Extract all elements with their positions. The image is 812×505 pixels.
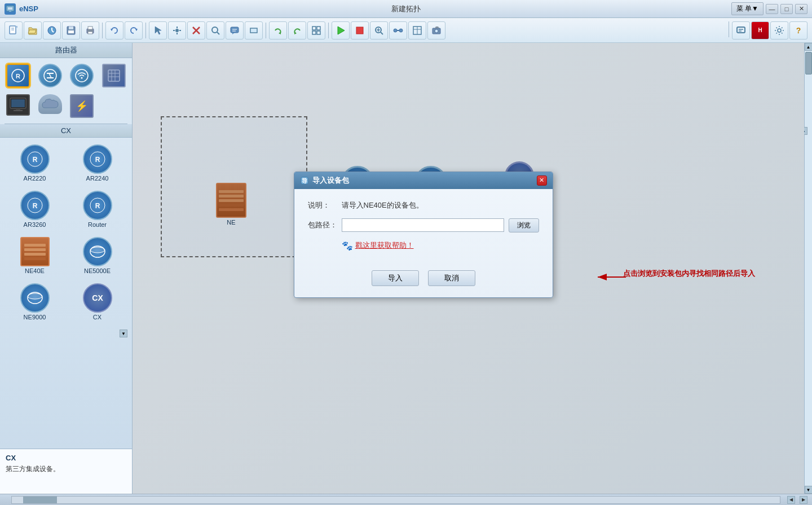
- toolbar-chat[interactable]: [226, 21, 244, 39]
- cx-category-label: CX: [61, 126, 71, 135]
- svg-point-59: [76, 69, 88, 82]
- toolbar-stop[interactable]: [351, 21, 369, 39]
- svg-rect-34: [317, 31, 320, 34]
- toolbar-play[interactable]: [332, 21, 350, 39]
- svg-point-52: [778, 29, 781, 32]
- svg-rect-67: [11, 99, 25, 107]
- toolbar-settings[interactable]: [770, 21, 788, 39]
- svg-rect-1: [8, 7, 12, 10]
- toolbar-help[interactable]: ?: [789, 21, 807, 39]
- cloud-icon: [38, 94, 62, 114]
- minimize-button[interactable]: —: [766, 4, 778, 14]
- status-bar-hscroll[interactable]: [11, 496, 780, 504]
- title-bar-controls: 菜 单▼ — □ ✕: [731, 2, 807, 15]
- svg-marker-30: [294, 32, 297, 34]
- status-scroll-right[interactable]: ▶: [800, 496, 807, 504]
- list-item[interactable]: CX CX: [68, 281, 126, 323]
- toolbar-select[interactable]: [149, 21, 167, 39]
- right-scroll-down[interactable]: ▼: [805, 486, 813, 494]
- svg-point-42: [399, 29, 403, 32]
- list-item[interactable]: NE9000: [6, 281, 64, 323]
- toolbar-table[interactable]: [408, 21, 426, 39]
- svg-marker-29: [279, 32, 281, 34]
- modal-help-link[interactable]: 戳这里获取帮助！: [355, 240, 414, 251]
- modal-path-input[interactable]: [342, 218, 504, 232]
- svg-line-23: [217, 32, 219, 34]
- close-button[interactable]: ✕: [795, 4, 807, 14]
- toolbar-new[interactable]: [5, 21, 23, 39]
- cx-category-header: CX ▲: [0, 124, 132, 138]
- modal-overlay: 导 导入设备包 ✕ 说明： 请导入NE40E的设备包。 包路径： 浏览: [133, 43, 804, 494]
- svg-point-19: [175, 29, 179, 32]
- switch-icon: [38, 64, 62, 87]
- toolbar-open[interactable]: [24, 21, 42, 39]
- app-logo-text: eNSP: [19, 5, 38, 13]
- status-bar-scroll-thumb[interactable]: [23, 497, 57, 503]
- cx-scroll-down[interactable]: ▼: [120, 330, 127, 337]
- toolbar-undo[interactable]: [105, 21, 123, 39]
- ne40e-label: NE40E: [25, 267, 45, 274]
- toolbar-save-topo[interactable]: [43, 21, 61, 39]
- svg-text:R: R: [32, 156, 37, 164]
- toolbar-save[interactable]: [62, 21, 80, 39]
- toolbar-pan[interactable]: [168, 21, 186, 39]
- modal-browse-button[interactable]: 浏览: [509, 218, 539, 232]
- cx-label: CX: [93, 314, 102, 320]
- toolbar-print[interactable]: [81, 21, 99, 39]
- svg-rect-12: [68, 30, 74, 33]
- ar3260-label: AR3260: [24, 221, 46, 228]
- ar2240-label: AR2240: [86, 175, 109, 182]
- sidebar-item-wireless[interactable]: [67, 62, 97, 90]
- toolbar-chat-right[interactable]: [732, 21, 750, 39]
- toolbar-camera[interactable]: [427, 21, 445, 39]
- sidebar-item-router-selected[interactable]: R: [3, 62, 33, 90]
- sidebar-item-monitor[interactable]: [3, 92, 33, 120]
- list-item[interactable]: R AR2240: [68, 142, 126, 184]
- toolbar-rect[interactable]: [245, 21, 263, 39]
- svg-text:R: R: [32, 202, 37, 210]
- sidebar-item-lightning[interactable]: ⚡: [67, 92, 97, 120]
- modal-footer: 导入 取消: [294, 270, 553, 297]
- desc-title: CX: [6, 454, 126, 462]
- menu-button[interactable]: 菜 单▼: [731, 2, 764, 15]
- svg-point-79: [90, 247, 105, 253]
- canvas-area[interactable]: NE NE2 NE3: [133, 43, 804, 494]
- svg-text:R: R: [16, 73, 20, 80]
- modal-desc-value: 请导入NE40E的设备包。: [342, 200, 539, 210]
- sidebar-item-switch[interactable]: [36, 62, 65, 90]
- right-scroll-thumb[interactable]: [805, 52, 812, 74]
- modal-close-button[interactable]: ✕: [537, 175, 547, 186]
- toolbar-huawei[interactable]: H: [751, 21, 769, 39]
- modal-import-button[interactable]: 导入: [372, 270, 419, 286]
- sidebar-item-cloud[interactable]: [36, 92, 65, 120]
- svg-line-58: [49, 73, 51, 78]
- svg-point-22: [212, 27, 218, 33]
- list-item[interactable]: R AR3260: [6, 188, 64, 230]
- list-item[interactable]: NE5000E: [68, 235, 126, 276]
- cx-scroll-area[interactable]: R AR2220 R AR2240 R: [0, 138, 132, 449]
- list-item[interactable]: R Router: [68, 188, 126, 230]
- svg-point-60: [81, 77, 83, 79]
- toolbar-refresh[interactable]: [269, 21, 287, 39]
- description-panel: CX 第三方集成设备。: [0, 449, 132, 494]
- toolbar-grid[interactable]: [307, 21, 325, 39]
- list-item[interactable]: NE40E: [6, 235, 64, 276]
- right-scroll-up[interactable]: ▲: [805, 43, 813, 51]
- cx-icon: CX: [83, 283, 112, 313]
- toolbar-search[interactable]: [206, 21, 224, 39]
- list-item[interactable]: R AR2220: [6, 142, 64, 184]
- ar2220-icon: R: [20, 144, 50, 174]
- modal-cancel-button[interactable]: 取消: [428, 270, 475, 286]
- toolbar-zoom-in[interactable]: [370, 21, 388, 39]
- toolbar-refresh2[interactable]: [288, 21, 306, 39]
- maximize-button[interactable]: □: [780, 4, 793, 14]
- toolbar-delete[interactable]: [187, 21, 205, 39]
- sidebar-item-firewall[interactable]: [99, 62, 129, 90]
- ar2240-icon: R: [83, 144, 112, 174]
- toolbar-redo[interactable]: [125, 21, 143, 39]
- title-bar: eNSP 新建拓扑 菜 单▼ — □ ✕: [0, 0, 812, 18]
- toolbar-connect[interactable]: [389, 21, 407, 39]
- status-scroll-left[interactable]: ◀: [787, 496, 795, 504]
- right-scroll-track[interactable]: [805, 51, 813, 486]
- import-device-modal: 导 导入设备包 ✕ 说明： 请导入NE40E的设备包。 包路径： 浏览: [294, 172, 553, 298]
